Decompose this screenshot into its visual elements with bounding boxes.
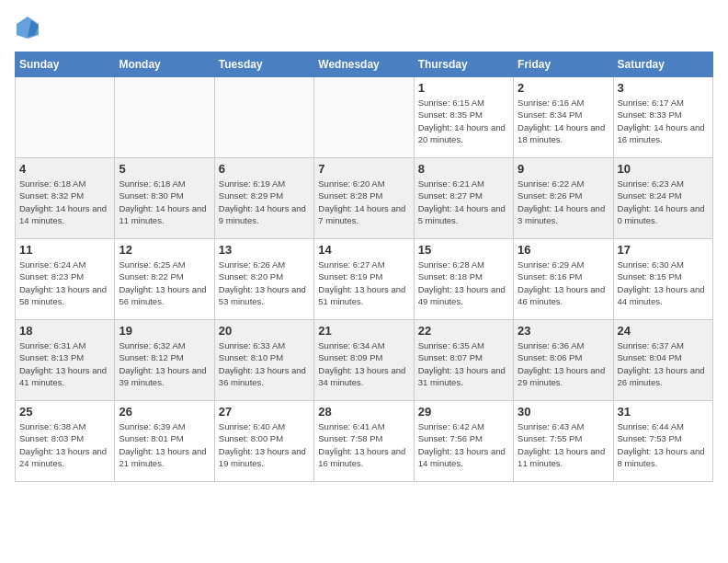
day-info: Sunrise: 6:18 AM Sunset: 8:30 PM Dayligh… xyxy=(119,178,210,226)
day-info: Sunrise: 6:43 AM Sunset: 7:55 PM Dayligh… xyxy=(518,420,609,469)
logo xyxy=(15,15,44,40)
calendar-day-cell: 1Sunrise: 6:15 AM Sunset: 8:35 PM Daylig… xyxy=(414,77,513,158)
day-number: 2 xyxy=(518,81,609,95)
day-number: 15 xyxy=(418,243,509,257)
day-info: Sunrise: 6:40 AM Sunset: 8:00 PM Dayligh… xyxy=(219,420,310,469)
calendar-week-row: 25Sunrise: 6:38 AM Sunset: 8:03 PM Dayli… xyxy=(16,401,713,482)
calendar-day-cell: 6Sunrise: 6:19 AM Sunset: 8:29 PM Daylig… xyxy=(214,158,313,239)
calendar-day-cell: 31Sunrise: 6:44 AM Sunset: 7:53 PM Dayli… xyxy=(613,401,712,482)
day-info: Sunrise: 6:19 AM Sunset: 8:29 PM Dayligh… xyxy=(219,178,310,226)
day-of-week-header: Saturday xyxy=(613,52,712,77)
calendar-day-cell: 14Sunrise: 6:27 AM Sunset: 8:19 PM Dayli… xyxy=(314,239,414,320)
day-info: Sunrise: 6:34 AM Sunset: 8:09 PM Dayligh… xyxy=(318,339,409,388)
day-info: Sunrise: 6:23 AM Sunset: 8:24 PM Dayligh… xyxy=(618,178,709,226)
day-info: Sunrise: 6:17 AM Sunset: 8:33 PM Dayligh… xyxy=(618,97,709,145)
day-number: 25 xyxy=(19,405,110,419)
day-number: 11 xyxy=(19,243,110,257)
day-number: 8 xyxy=(418,162,509,176)
day-of-week-header: Wednesday xyxy=(314,52,414,77)
day-info: Sunrise: 6:36 AM Sunset: 8:06 PM Dayligh… xyxy=(518,339,609,388)
day-number: 18 xyxy=(19,324,110,338)
calendar-day-cell: 15Sunrise: 6:28 AM Sunset: 8:18 PM Dayli… xyxy=(414,239,513,320)
day-number: 12 xyxy=(119,243,210,257)
day-number: 16 xyxy=(518,243,609,257)
day-info: Sunrise: 6:20 AM Sunset: 8:28 PM Dayligh… xyxy=(318,178,409,226)
day-info: Sunrise: 6:16 AM Sunset: 8:34 PM Dayligh… xyxy=(518,97,609,145)
day-info: Sunrise: 6:42 AM Sunset: 7:56 PM Dayligh… xyxy=(418,420,509,469)
day-number: 29 xyxy=(418,405,509,419)
day-info: Sunrise: 6:15 AM Sunset: 8:35 PM Dayligh… xyxy=(418,97,509,145)
day-number: 31 xyxy=(618,405,709,419)
calendar-day-cell: 29Sunrise: 6:42 AM Sunset: 7:56 PM Dayli… xyxy=(414,401,513,482)
day-info: Sunrise: 6:27 AM Sunset: 8:19 PM Dayligh… xyxy=(318,259,409,307)
day-info: Sunrise: 6:26 AM Sunset: 8:20 PM Dayligh… xyxy=(219,259,310,307)
calendar-day-cell: 26Sunrise: 6:39 AM Sunset: 8:01 PM Dayli… xyxy=(115,401,214,482)
day-info: Sunrise: 6:37 AM Sunset: 8:04 PM Dayligh… xyxy=(618,339,709,388)
day-number: 6 xyxy=(219,162,310,176)
day-number: 9 xyxy=(518,162,609,176)
calendar-day-cell: 10Sunrise: 6:23 AM Sunset: 8:24 PM Dayli… xyxy=(613,158,712,239)
calendar-day-cell: 2Sunrise: 6:16 AM Sunset: 8:34 PM Daylig… xyxy=(514,77,613,158)
calendar-day-cell: 9Sunrise: 6:22 AM Sunset: 8:26 PM Daylig… xyxy=(514,158,613,239)
day-info: Sunrise: 6:35 AM Sunset: 8:07 PM Dayligh… xyxy=(418,339,509,388)
page-header xyxy=(15,15,713,40)
day-number: 24 xyxy=(618,324,709,338)
day-info: Sunrise: 6:22 AM Sunset: 8:26 PM Dayligh… xyxy=(518,178,609,226)
day-info: Sunrise: 6:21 AM Sunset: 8:27 PM Dayligh… xyxy=(418,178,509,226)
calendar-week-row: 1Sunrise: 6:15 AM Sunset: 8:35 PM Daylig… xyxy=(16,77,713,158)
day-number: 17 xyxy=(618,243,709,257)
day-number: 13 xyxy=(219,243,310,257)
day-info: Sunrise: 6:32 AM Sunset: 8:12 PM Dayligh… xyxy=(119,339,210,388)
day-info: Sunrise: 6:38 AM Sunset: 8:03 PM Dayligh… xyxy=(19,420,110,469)
calendar-day-cell: 17Sunrise: 6:30 AM Sunset: 8:15 PM Dayli… xyxy=(613,239,712,320)
day-number: 4 xyxy=(19,162,110,176)
day-of-week-header: Friday xyxy=(514,52,613,77)
calendar-day-cell: 30Sunrise: 6:43 AM Sunset: 7:55 PM Dayli… xyxy=(514,401,613,482)
calendar-day-cell: 5Sunrise: 6:18 AM Sunset: 8:30 PM Daylig… xyxy=(115,158,214,239)
day-number: 23 xyxy=(518,324,609,338)
day-number: 14 xyxy=(318,243,409,257)
day-number: 22 xyxy=(418,324,509,338)
calendar-day-cell: 25Sunrise: 6:38 AM Sunset: 8:03 PM Dayli… xyxy=(16,401,115,482)
day-info: Sunrise: 6:41 AM Sunset: 7:58 PM Dayligh… xyxy=(318,420,409,469)
calendar-day-cell: 28Sunrise: 6:41 AM Sunset: 7:58 PM Dayli… xyxy=(314,401,414,482)
calendar-week-row: 4Sunrise: 6:18 AM Sunset: 8:32 PM Daylig… xyxy=(16,158,713,239)
day-info: Sunrise: 6:30 AM Sunset: 8:15 PM Dayligh… xyxy=(618,259,709,307)
day-number: 1 xyxy=(418,81,509,95)
calendar-day-cell: 13Sunrise: 6:26 AM Sunset: 8:20 PM Dayli… xyxy=(214,239,313,320)
day-number: 21 xyxy=(318,324,409,338)
calendar-day-cell xyxy=(214,77,313,158)
day-of-week-header: Sunday xyxy=(16,52,115,77)
day-of-week-header: Tuesday xyxy=(214,52,313,77)
day-info: Sunrise: 6:31 AM Sunset: 8:13 PM Dayligh… xyxy=(19,339,110,388)
calendar-day-cell: 19Sunrise: 6:32 AM Sunset: 8:12 PM Dayli… xyxy=(115,320,214,401)
day-number: 28 xyxy=(318,405,409,419)
day-of-week-header: Monday xyxy=(115,52,214,77)
calendar-table: SundayMondayTuesdayWednesdayThursdayFrid… xyxy=(15,52,713,482)
calendar-day-cell: 3Sunrise: 6:17 AM Sunset: 8:33 PM Daylig… xyxy=(613,77,712,158)
day-info: Sunrise: 6:39 AM Sunset: 8:01 PM Dayligh… xyxy=(119,420,210,469)
day-info: Sunrise: 6:29 AM Sunset: 8:16 PM Dayligh… xyxy=(518,259,609,307)
calendar-day-cell: 4Sunrise: 6:18 AM Sunset: 8:32 PM Daylig… xyxy=(16,158,115,239)
day-number: 30 xyxy=(518,405,609,419)
day-info: Sunrise: 6:28 AM Sunset: 8:18 PM Dayligh… xyxy=(418,259,509,307)
calendar-day-cell: 18Sunrise: 6:31 AM Sunset: 8:13 PM Dayli… xyxy=(16,320,115,401)
day-of-week-header: Thursday xyxy=(414,52,513,77)
calendar-day-cell: 16Sunrise: 6:29 AM Sunset: 8:16 PM Dayli… xyxy=(514,239,613,320)
calendar-day-cell: 24Sunrise: 6:37 AM Sunset: 8:04 PM Dayli… xyxy=(613,320,712,401)
day-number: 10 xyxy=(618,162,709,176)
calendar-day-cell xyxy=(115,77,214,158)
days-header-row: SundayMondayTuesdayWednesdayThursdayFrid… xyxy=(16,52,713,77)
calendar-day-cell xyxy=(16,77,115,158)
calendar-day-cell: 11Sunrise: 6:24 AM Sunset: 8:23 PM Dayli… xyxy=(16,239,115,320)
day-info: Sunrise: 6:44 AM Sunset: 7:53 PM Dayligh… xyxy=(618,420,709,469)
calendar-day-cell: 20Sunrise: 6:33 AM Sunset: 8:10 PM Dayli… xyxy=(214,320,313,401)
day-number: 19 xyxy=(119,324,210,338)
day-number: 7 xyxy=(318,162,409,176)
calendar-day-cell: 12Sunrise: 6:25 AM Sunset: 8:22 PM Dayli… xyxy=(115,239,214,320)
day-number: 26 xyxy=(119,405,210,419)
day-info: Sunrise: 6:24 AM Sunset: 8:23 PM Dayligh… xyxy=(19,259,110,307)
day-info: Sunrise: 6:33 AM Sunset: 8:10 PM Dayligh… xyxy=(219,339,310,388)
calendar-week-row: 11Sunrise: 6:24 AM Sunset: 8:23 PM Dayli… xyxy=(16,239,713,320)
calendar-week-row: 18Sunrise: 6:31 AM Sunset: 8:13 PM Dayli… xyxy=(16,320,713,401)
